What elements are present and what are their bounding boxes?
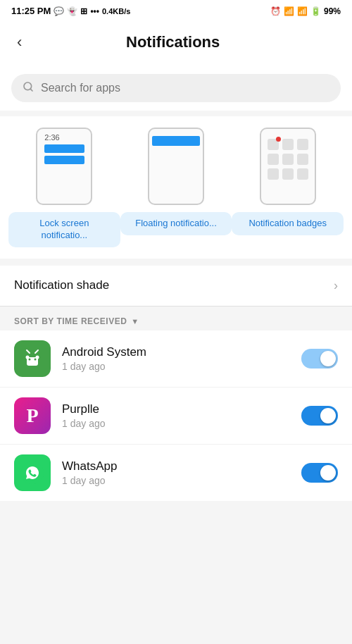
notification-shade-row[interactable]: Notification shade › xyxy=(0,266,352,306)
badge-dot-9 xyxy=(297,168,308,180)
page-header: ‹ Notifications xyxy=(0,22,352,66)
status-dots-icon: ••• xyxy=(90,6,99,16)
table-row: P Purplle 1 day ago xyxy=(0,387,352,444)
svg-point-8 xyxy=(29,358,31,360)
android-system-toggle-wrap[interactable] xyxy=(301,349,338,369)
notif-bar-2 xyxy=(44,156,85,164)
android-system-toggle[interactable] xyxy=(301,349,338,369)
whatsapp-info: WhatsApp 1 day ago xyxy=(62,459,290,486)
badge-dot-1 xyxy=(268,139,279,150)
signal-icon: 📶 xyxy=(284,6,294,16)
status-snapchat-icon: 👻 xyxy=(67,6,77,16)
status-grid-icon: ⊞ xyxy=(80,6,87,16)
purplle-name: Purplle xyxy=(62,402,290,416)
status-bar: 11:25 PM 💬 👻 ⊞ ••• 0.4KB/s ⏰ 📶 📶 🔋 99% xyxy=(0,0,352,22)
sort-arrow-icon: ▼ xyxy=(131,317,139,326)
badges-grid xyxy=(268,133,308,180)
purplle-toggle[interactable] xyxy=(301,406,338,426)
whatsapp-name: WhatsApp xyxy=(62,459,290,473)
notification-shade-label: Notification shade xyxy=(14,278,109,292)
sort-label[interactable]: SORT BY TIME RECEIVED ▼ xyxy=(14,316,338,326)
svg-line-6 xyxy=(35,350,38,353)
status-whatsapp-icon: 💬 xyxy=(54,6,64,16)
badges-option[interactable]: Notification badges xyxy=(232,128,344,247)
floating-blue-header xyxy=(152,136,200,146)
badges-label: Notification badges xyxy=(232,212,344,235)
battery-icon: 🔋 xyxy=(310,6,321,16)
purplle-info: Purplle 1 day ago xyxy=(62,402,290,429)
table-row: WhatsApp 1 day ago xyxy=(0,444,352,501)
search-icon xyxy=(23,81,34,95)
badge-dot-6 xyxy=(297,154,308,165)
page-title: Notifications xyxy=(27,33,318,51)
android-system-name: Android System xyxy=(62,345,290,359)
purplle-letter: P xyxy=(26,404,38,427)
battery-percent: 99% xyxy=(324,6,341,16)
notif-bar-1 xyxy=(44,144,85,153)
floating-phone-icon xyxy=(148,128,204,205)
android-system-info: Android System 1 day ago xyxy=(62,345,290,372)
badges-phone-icon xyxy=(260,128,316,205)
app-list: Android System 1 day ago P Purplle 1 day… xyxy=(0,330,352,501)
whatsapp-icon xyxy=(14,454,51,491)
badge-dot-2 xyxy=(282,139,294,150)
svg-line-1 xyxy=(30,89,32,91)
whatsapp-toggle-wrap[interactable] xyxy=(301,463,338,483)
search-bar[interactable] xyxy=(11,74,341,102)
back-button[interactable]: ‹ xyxy=(11,30,27,54)
lock-screen-label: Lock screen notificatio... xyxy=(8,212,120,247)
status-right: ⏰ 📶 📶 🔋 99% xyxy=(270,6,341,16)
whatsapp-time: 1 day ago xyxy=(62,475,290,486)
quick-options: 2:36 Lock screen notificatio... Floating… xyxy=(0,116,352,259)
android-system-icon xyxy=(14,340,51,377)
status-speed: 0.4KB/s xyxy=(102,7,130,16)
lock-screen-option[interactable]: 2:36 Lock screen notificatio... xyxy=(8,128,120,247)
badge-dot-8 xyxy=(282,168,294,180)
floating-label: Floating notificatio... xyxy=(120,212,232,235)
purplle-icon: P xyxy=(14,397,51,434)
badge-dot-7 xyxy=(268,168,279,180)
purplle-time: 1 day ago xyxy=(62,418,290,429)
search-container xyxy=(0,66,352,111)
table-row: Android System 1 day ago xyxy=(0,330,352,387)
android-system-time: 1 day ago xyxy=(62,361,290,372)
lock-screen-phone-icon: 2:36 xyxy=(36,128,92,205)
chevron-right-icon: › xyxy=(334,278,338,293)
status-left: 11:25 PM 💬 👻 ⊞ ••• 0.4KB/s xyxy=(11,6,130,16)
badge-dot-3 xyxy=(297,139,308,150)
wifi-icon: 📶 xyxy=(297,6,308,16)
sort-section: SORT BY TIME RECEIVED ▼ xyxy=(0,306,352,330)
svg-line-5 xyxy=(27,350,30,353)
status-time: 11:25 PM xyxy=(11,6,51,16)
floating-option[interactable]: Floating notificatio... xyxy=(120,128,232,247)
search-input[interactable] xyxy=(41,82,329,94)
badge-dot-5 xyxy=(282,154,294,165)
purplle-toggle-wrap[interactable] xyxy=(301,406,338,426)
badge-dot-4 xyxy=(268,154,279,165)
whatsapp-toggle[interactable] xyxy=(301,463,338,483)
svg-rect-7 xyxy=(27,357,38,366)
alarm-icon: ⏰ xyxy=(270,6,281,16)
svg-point-9 xyxy=(34,358,37,360)
